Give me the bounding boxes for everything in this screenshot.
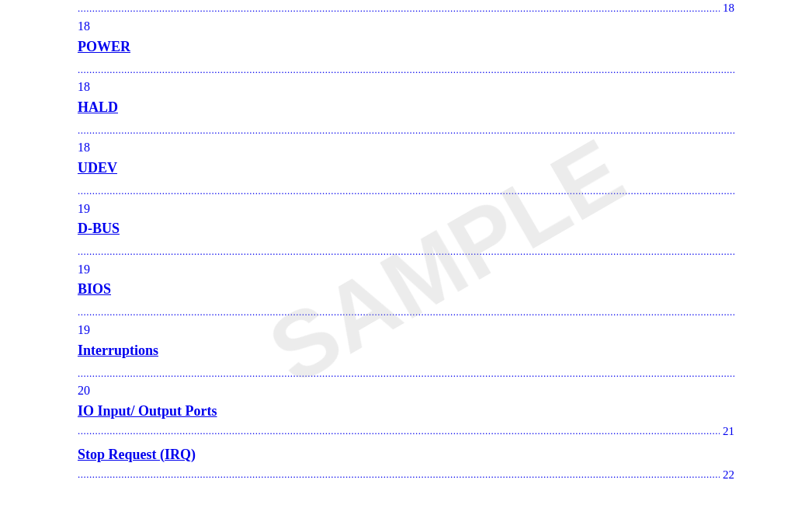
toc-title-io[interactable]: IO Input/ Output Ports bbox=[78, 401, 734, 422]
toc-entry-power: ........................................… bbox=[78, 2, 734, 57]
dots-line-before-dbus: ........................................… bbox=[78, 185, 734, 197]
dots-fill: ........................................… bbox=[78, 245, 734, 258]
dots-line-before-io: ........................................… bbox=[78, 367, 734, 380]
page-number-udev[interactable]: 18 bbox=[78, 137, 734, 158]
dots-fill: ........................................… bbox=[78, 64, 734, 76]
dots-line-after-stop: ........................................… bbox=[78, 468, 734, 482]
dots-fill: ........................................… bbox=[78, 124, 734, 137]
dots-line-before-bios: ........................................… bbox=[78, 245, 734, 258]
dots-fill: ........................................… bbox=[78, 425, 720, 437]
dots-line-before-hald: ........................................… bbox=[78, 64, 734, 76]
dots-fill: ........................................… bbox=[78, 367, 734, 380]
page-number-bios[interactable]: 19 bbox=[78, 259, 734, 280]
toc-entry-dbus: ........................................… bbox=[78, 185, 734, 239]
toc-title-udev[interactable]: UDEV bbox=[78, 158, 734, 179]
toc-container: ........................................… bbox=[0, 2, 812, 503]
dots-fill: ........................................… bbox=[78, 185, 734, 197]
page-number-interruptions[interactable]: 19 bbox=[78, 320, 734, 340]
page-number-hald[interactable]: 18 bbox=[78, 77, 734, 97]
toc-title-stop-request[interactable]: Stop Request (IRQ) bbox=[78, 444, 734, 465]
page-number-dbus[interactable]: 19 bbox=[78, 199, 734, 219]
toc-entry-io-ports: ........................................… bbox=[78, 367, 734, 438]
toc-title-power[interactable]: POWER bbox=[78, 37, 734, 57]
page-number-power[interactable]: 18 bbox=[78, 16, 734, 37]
dots-fill: ........................................… bbox=[78, 306, 734, 318]
page-number-io[interactable]: 20 bbox=[78, 381, 734, 401]
toc-entry-interruptions: ........................................… bbox=[78, 306, 734, 360]
page-num-before-power: 18 bbox=[723, 2, 734, 15]
toc-entry-bios: ........................................… bbox=[78, 245, 734, 300]
page-num-after-stop: 22 bbox=[723, 468, 734, 482]
toc-entry-hald: ........................................… bbox=[78, 64, 734, 118]
dots-fill: ........................................… bbox=[78, 2, 720, 15]
toc-title-hald[interactable]: HALD bbox=[78, 97, 734, 118]
toc-title-interruptions[interactable]: Interruptions bbox=[78, 340, 734, 361]
dots-line-before-interruptions: ........................................… bbox=[78, 306, 734, 318]
page-num-after-io: 21 bbox=[723, 425, 734, 438]
toc-title-bios[interactable]: BIOS bbox=[78, 279, 734, 300]
dots-line-after-io: ........................................… bbox=[78, 425, 734, 438]
toc-entry-udev: ........................................… bbox=[78, 124, 734, 179]
dots-line-before-power: ........................................… bbox=[78, 2, 734, 15]
toc-entry-stop-request: Stop Request (IRQ) .....................… bbox=[78, 444, 734, 482]
dots-line-before-udev: ........................................… bbox=[78, 124, 734, 137]
toc-title-dbus[interactable]: D-BUS bbox=[78, 218, 734, 239]
dots-fill: ........................................… bbox=[78, 468, 720, 481]
